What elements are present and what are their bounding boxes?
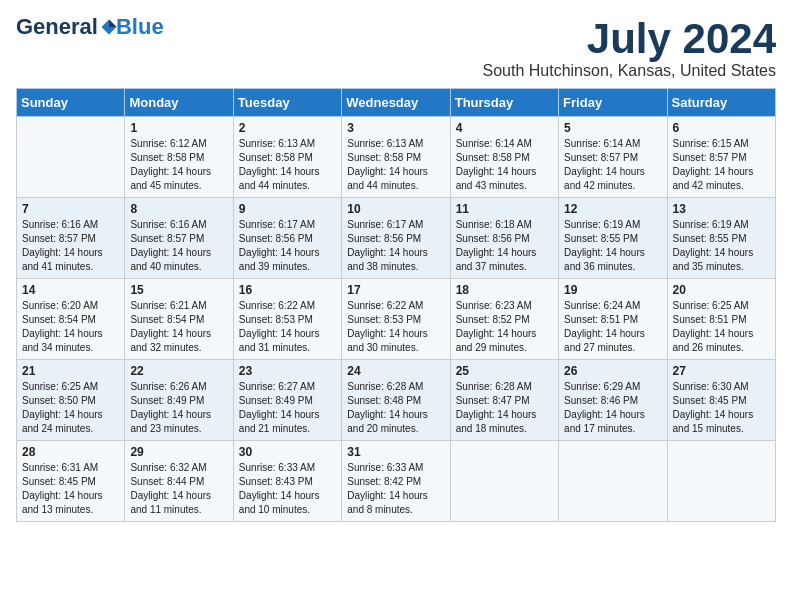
day-number: 5 [564, 121, 661, 135]
calendar-cell: 23Sunrise: 6:27 AM Sunset: 8:49 PM Dayli… [233, 360, 341, 441]
weekday-header-sunday: Sunday [17, 89, 125, 117]
day-number: 30 [239, 445, 336, 459]
location-subtitle: South Hutchinson, Kansas, United States [482, 62, 776, 80]
day-info: Sunrise: 6:19 AM Sunset: 8:55 PM Dayligh… [673, 218, 770, 274]
day-number: 7 [22, 202, 119, 216]
day-info: Sunrise: 6:30 AM Sunset: 8:45 PM Dayligh… [673, 380, 770, 436]
day-info: Sunrise: 6:14 AM Sunset: 8:58 PM Dayligh… [456, 137, 553, 193]
calendar-cell: 9Sunrise: 6:17 AM Sunset: 8:56 PM Daylig… [233, 198, 341, 279]
calendar-cell: 2Sunrise: 6:13 AM Sunset: 8:58 PM Daylig… [233, 117, 341, 198]
day-number: 20 [673, 283, 770, 297]
day-info: Sunrise: 6:26 AM Sunset: 8:49 PM Dayligh… [130, 380, 227, 436]
day-number: 17 [347, 283, 444, 297]
week-row-1: 1Sunrise: 6:12 AM Sunset: 8:58 PM Daylig… [17, 117, 776, 198]
calendar-cell: 4Sunrise: 6:14 AM Sunset: 8:58 PM Daylig… [450, 117, 558, 198]
day-number: 8 [130, 202, 227, 216]
day-info: Sunrise: 6:27 AM Sunset: 8:49 PM Dayligh… [239, 380, 336, 436]
calendar-cell: 15Sunrise: 6:21 AM Sunset: 8:54 PM Dayli… [125, 279, 233, 360]
day-number: 12 [564, 202, 661, 216]
title-block: July 2024 South Hutchinson, Kansas, Unit… [482, 16, 776, 80]
calendar-cell: 3Sunrise: 6:13 AM Sunset: 8:58 PM Daylig… [342, 117, 450, 198]
day-number: 26 [564, 364, 661, 378]
week-row-4: 21Sunrise: 6:25 AM Sunset: 8:50 PM Dayli… [17, 360, 776, 441]
day-number: 27 [673, 364, 770, 378]
weekday-header-row: SundayMondayTuesdayWednesdayThursdayFrid… [17, 89, 776, 117]
calendar-cell: 28Sunrise: 6:31 AM Sunset: 8:45 PM Dayli… [17, 441, 125, 522]
day-info: Sunrise: 6:19 AM Sunset: 8:55 PM Dayligh… [564, 218, 661, 274]
day-info: Sunrise: 6:28 AM Sunset: 8:47 PM Dayligh… [456, 380, 553, 436]
day-number: 19 [564, 283, 661, 297]
day-info: Sunrise: 6:22 AM Sunset: 8:53 PM Dayligh… [239, 299, 336, 355]
day-info: Sunrise: 6:22 AM Sunset: 8:53 PM Dayligh… [347, 299, 444, 355]
calendar-cell: 29Sunrise: 6:32 AM Sunset: 8:44 PM Dayli… [125, 441, 233, 522]
day-info: Sunrise: 6:33 AM Sunset: 8:43 PM Dayligh… [239, 461, 336, 517]
weekday-header-friday: Friday [559, 89, 667, 117]
day-info: Sunrise: 6:25 AM Sunset: 8:50 PM Dayligh… [22, 380, 119, 436]
day-info: Sunrise: 6:31 AM Sunset: 8:45 PM Dayligh… [22, 461, 119, 517]
calendar-cell: 1Sunrise: 6:12 AM Sunset: 8:58 PM Daylig… [125, 117, 233, 198]
day-info: Sunrise: 6:24 AM Sunset: 8:51 PM Dayligh… [564, 299, 661, 355]
calendar-cell: 18Sunrise: 6:23 AM Sunset: 8:52 PM Dayli… [450, 279, 558, 360]
calendar-table: SundayMondayTuesdayWednesdayThursdayFrid… [16, 88, 776, 522]
day-number: 24 [347, 364, 444, 378]
calendar-cell [667, 441, 775, 522]
calendar-cell [559, 441, 667, 522]
day-info: Sunrise: 6:16 AM Sunset: 8:57 PM Dayligh… [130, 218, 227, 274]
day-info: Sunrise: 6:32 AM Sunset: 8:44 PM Dayligh… [130, 461, 227, 517]
calendar-cell: 17Sunrise: 6:22 AM Sunset: 8:53 PM Dayli… [342, 279, 450, 360]
day-number: 29 [130, 445, 227, 459]
weekday-header-thursday: Thursday [450, 89, 558, 117]
page-header: General Blue July 2024 South Hutchinson,… [16, 16, 776, 80]
logo-general: General [16, 16, 98, 38]
day-info: Sunrise: 6:33 AM Sunset: 8:42 PM Dayligh… [347, 461, 444, 517]
week-row-3: 14Sunrise: 6:20 AM Sunset: 8:54 PM Dayli… [17, 279, 776, 360]
day-info: Sunrise: 6:28 AM Sunset: 8:48 PM Dayligh… [347, 380, 444, 436]
calendar-cell: 14Sunrise: 6:20 AM Sunset: 8:54 PM Dayli… [17, 279, 125, 360]
day-number: 23 [239, 364, 336, 378]
week-row-5: 28Sunrise: 6:31 AM Sunset: 8:45 PM Dayli… [17, 441, 776, 522]
calendar-cell: 5Sunrise: 6:14 AM Sunset: 8:57 PM Daylig… [559, 117, 667, 198]
calendar-cell: 21Sunrise: 6:25 AM Sunset: 8:50 PM Dayli… [17, 360, 125, 441]
day-number: 22 [130, 364, 227, 378]
calendar-cell: 31Sunrise: 6:33 AM Sunset: 8:42 PM Dayli… [342, 441, 450, 522]
logo-blue: Blue [116, 16, 164, 38]
day-number: 25 [456, 364, 553, 378]
weekday-header-saturday: Saturday [667, 89, 775, 117]
day-info: Sunrise: 6:23 AM Sunset: 8:52 PM Dayligh… [456, 299, 553, 355]
calendar-cell: 24Sunrise: 6:28 AM Sunset: 8:48 PM Dayli… [342, 360, 450, 441]
week-row-2: 7Sunrise: 6:16 AM Sunset: 8:57 PM Daylig… [17, 198, 776, 279]
day-info: Sunrise: 6:16 AM Sunset: 8:57 PM Dayligh… [22, 218, 119, 274]
day-number: 16 [239, 283, 336, 297]
calendar-cell: 6Sunrise: 6:15 AM Sunset: 8:57 PM Daylig… [667, 117, 775, 198]
calendar-cell: 25Sunrise: 6:28 AM Sunset: 8:47 PM Dayli… [450, 360, 558, 441]
day-number: 4 [456, 121, 553, 135]
month-title: July 2024 [482, 16, 776, 62]
day-info: Sunrise: 6:25 AM Sunset: 8:51 PM Dayligh… [673, 299, 770, 355]
day-number: 3 [347, 121, 444, 135]
day-info: Sunrise: 6:17 AM Sunset: 8:56 PM Dayligh… [239, 218, 336, 274]
calendar-cell: 16Sunrise: 6:22 AM Sunset: 8:53 PM Dayli… [233, 279, 341, 360]
day-number: 11 [456, 202, 553, 216]
calendar-cell: 26Sunrise: 6:29 AM Sunset: 8:46 PM Dayli… [559, 360, 667, 441]
day-info: Sunrise: 6:15 AM Sunset: 8:57 PM Dayligh… [673, 137, 770, 193]
day-number: 9 [239, 202, 336, 216]
logo: General Blue [16, 16, 164, 38]
day-number: 6 [673, 121, 770, 135]
day-number: 21 [22, 364, 119, 378]
day-number: 2 [239, 121, 336, 135]
calendar-cell: 30Sunrise: 6:33 AM Sunset: 8:43 PM Dayli… [233, 441, 341, 522]
day-number: 28 [22, 445, 119, 459]
weekday-header-monday: Monday [125, 89, 233, 117]
day-info: Sunrise: 6:17 AM Sunset: 8:56 PM Dayligh… [347, 218, 444, 274]
day-number: 15 [130, 283, 227, 297]
calendar-cell: 12Sunrise: 6:19 AM Sunset: 8:55 PM Dayli… [559, 198, 667, 279]
calendar-cell: 27Sunrise: 6:30 AM Sunset: 8:45 PM Dayli… [667, 360, 775, 441]
calendar-cell: 22Sunrise: 6:26 AM Sunset: 8:49 PM Dayli… [125, 360, 233, 441]
day-info: Sunrise: 6:18 AM Sunset: 8:56 PM Dayligh… [456, 218, 553, 274]
day-info: Sunrise: 6:14 AM Sunset: 8:57 PM Dayligh… [564, 137, 661, 193]
day-info: Sunrise: 6:13 AM Sunset: 8:58 PM Dayligh… [239, 137, 336, 193]
calendar-cell: 20Sunrise: 6:25 AM Sunset: 8:51 PM Dayli… [667, 279, 775, 360]
calendar-cell [17, 117, 125, 198]
day-number: 14 [22, 283, 119, 297]
weekday-header-wednesday: Wednesday [342, 89, 450, 117]
